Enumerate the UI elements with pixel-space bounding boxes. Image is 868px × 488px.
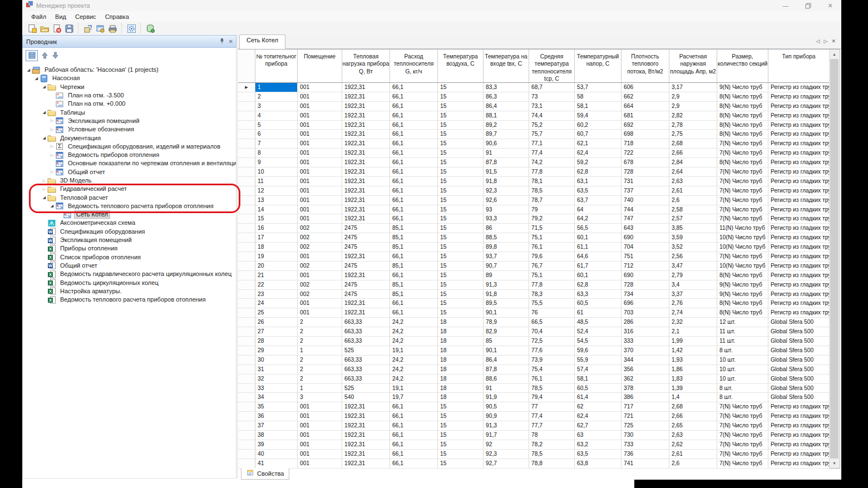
grid-cell[interactable]: 72,5 <box>529 337 575 346</box>
grid-cell[interactable]: 60,2 <box>575 121 622 130</box>
row-header[interactable] <box>238 130 255 139</box>
grid-cell[interactable]: 662 <box>622 92 669 101</box>
grid-cell[interactable]: 60,7 <box>575 130 622 139</box>
grid-cell[interactable]: 7(N) Число труб <box>717 177 768 186</box>
grid-cell[interactable]: 2,32 <box>669 318 717 327</box>
grid-cell[interactable]: 1922,31 <box>342 421 390 430</box>
grid-cell[interactable]: 11 шт. <box>717 327 768 336</box>
tree-item[interactable]: ▷Экспликация помещений <box>23 117 236 125</box>
grid-cell[interactable]: 40 <box>255 450 298 459</box>
column-header[interactable]: № топительног прибора <box>255 50 298 82</box>
tab-scroll-left-icon[interactable]: ◁ <box>816 38 820 44</box>
tree-item[interactable]: ▷3D Модель <box>23 176 236 185</box>
tree-item-label[interactable]: Ведомость теплового расчета приборов ото… <box>66 203 215 210</box>
tree-item[interactable]: ▷Гидравлический расчет <box>23 185 236 193</box>
grid-cell[interactable]: Регистр из гладких труб <box>768 158 830 167</box>
grid-cell[interactable]: 54,5 <box>575 337 622 346</box>
grid-cell[interactable]: 8(N) Число труб <box>717 92 768 101</box>
row-header[interactable] <box>238 290 255 299</box>
grid-cell[interactable]: 33 <box>255 384 298 393</box>
grid-cell[interactable]: 7(N) Число труб <box>717 186 768 195</box>
row-header[interactable] <box>238 365 255 374</box>
grid-cell[interactable]: 001 <box>298 299 342 308</box>
grid-cell[interactable]: 2,9 <box>669 102 717 111</box>
current-row-marker[interactable]: ▶ <box>238 83 255 92</box>
grid-cell[interactable]: 1 <box>298 346 342 355</box>
close-icon[interactable]: ✕ <box>819 0 841 11</box>
vertical-scrollbar[interactable]: ▲ ▼ <box>829 50 839 468</box>
grid-cell[interactable]: 87,8 <box>484 158 529 167</box>
grid-cell[interactable]: 704 <box>622 243 669 252</box>
grid-cell[interactable]: 2,66 <box>669 149 717 157</box>
grid-cell[interactable]: 2,6 <box>669 196 717 205</box>
grid-cell[interactable]: 24,2 <box>390 356 438 364</box>
tree-item-label[interactable]: Условные обозначения <box>66 126 136 133</box>
grid-cell[interactable]: 690 <box>622 271 669 280</box>
grid-cell[interactable]: 678 <box>622 158 669 167</box>
grid-cell[interactable]: 001 <box>298 402 342 411</box>
tree-item[interactable]: ▷Условные обозначения <box>23 125 236 134</box>
grid-cell[interactable]: 64 <box>575 205 622 214</box>
grid-cell[interactable]: 75,4 <box>529 365 575 374</box>
grid-cell[interactable]: 751 <box>622 252 669 261</box>
grid-cell[interactable]: 66,1 <box>390 402 438 411</box>
grid-cell[interactable]: 1922,31 <box>342 139 390 148</box>
grid-cell[interactable]: 2 <box>298 318 342 327</box>
grid-cell[interactable]: 1922,31 <box>342 431 390 440</box>
column-header[interactable]: Тепловая нагрузка прибора Q, Вт <box>342 50 390 82</box>
grid-cell[interactable]: 663,33 <box>342 374 390 383</box>
row-header[interactable] <box>238 243 255 252</box>
grid-cell[interactable]: 1922,31 <box>342 102 390 111</box>
grid-cell[interactable]: 91,8 <box>484 177 529 186</box>
row-header[interactable] <box>238 346 255 355</box>
grid-cell[interactable]: 18 <box>438 337 484 346</box>
grid-cell[interactable]: 1922,31 <box>342 271 390 280</box>
row-header[interactable] <box>238 149 255 157</box>
tree-item[interactable]: Основные показатели по чертежам отоплени… <box>23 159 236 167</box>
grid-cell[interactable]: 73,9 <box>529 356 575 364</box>
grid-cell[interactable]: 001 <box>298 102 342 111</box>
grid-cell[interactable]: 10(N) Число труб <box>717 233 768 242</box>
grid-cell[interactable]: 001 <box>298 205 342 214</box>
grid-cell[interactable]: 1922,31 <box>342 92 390 101</box>
grid-cell[interactable]: 90,1 <box>484 308 529 317</box>
grid-cell[interactable]: 1922,31 <box>342 167 390 176</box>
tree-item-label[interactable]: Таблицы <box>58 109 87 116</box>
grid-cell[interactable]: 525 <box>342 346 390 355</box>
grid-cell[interactable]: 9(N) Число труб <box>717 280 768 289</box>
grid-cell[interactable]: 15 <box>438 224 484 233</box>
grid-cell[interactable]: 1,42 <box>669 346 717 355</box>
grid-cell[interactable]: 13 <box>255 196 298 205</box>
grid-cell[interactable]: 15 <box>438 440 484 449</box>
grid-cell[interactable]: 7(N) Число труб <box>717 196 768 205</box>
grid-cell[interactable]: 002 <box>298 224 342 233</box>
expander-open-icon[interactable]: ◢ <box>26 68 32 72</box>
grid-cell[interactable]: 370 <box>622 346 669 355</box>
grid-cell[interactable]: 77,4 <box>529 149 575 157</box>
tree-item-label[interactable]: 3D Модель <box>58 177 93 184</box>
grid-cell[interactable]: 703 <box>622 308 669 317</box>
grid-cell[interactable]: 730 <box>622 431 669 440</box>
grid-cell[interactable]: 18 <box>438 365 484 374</box>
grid-cell[interactable]: 2,76 <box>669 299 717 308</box>
grid-cell[interactable]: 722 <box>622 149 669 157</box>
row-header[interactable] <box>238 214 255 223</box>
row-header[interactable] <box>238 402 255 411</box>
tree-item[interactable]: XВедомость гидравлического расчета цирку… <box>23 270 236 278</box>
expander-open-icon[interactable]: ◢ <box>49 204 55 208</box>
grid-cell[interactable]: 22 <box>255 280 298 289</box>
grid-cell[interactable]: 540 <box>342 393 390 402</box>
grid-cell[interactable]: 62,8 <box>575 280 622 289</box>
column-header[interactable]: Расчетная наружная площадь Апр, м2 <box>669 50 717 82</box>
tree-item[interactable]: План на отм. +0.000 <box>23 100 236 108</box>
grid-cell[interactable]: 002 <box>298 262 342 270</box>
grid-cell[interactable]: 89,5 <box>484 299 529 308</box>
grid-cell[interactable]: 001 <box>298 149 342 157</box>
grid-cell[interactable]: 740 <box>622 196 669 205</box>
grid-cell[interactable]: 58 <box>575 92 622 101</box>
grid-cell[interactable]: 66,1 <box>390 130 438 139</box>
row-header[interactable] <box>238 139 255 148</box>
grid-cell[interactable]: 66,1 <box>390 431 438 440</box>
grid-cell[interactable]: Регистр из гладких труб <box>768 177 830 186</box>
grid-cell[interactable]: 8(N) Число труб <box>717 121 768 130</box>
